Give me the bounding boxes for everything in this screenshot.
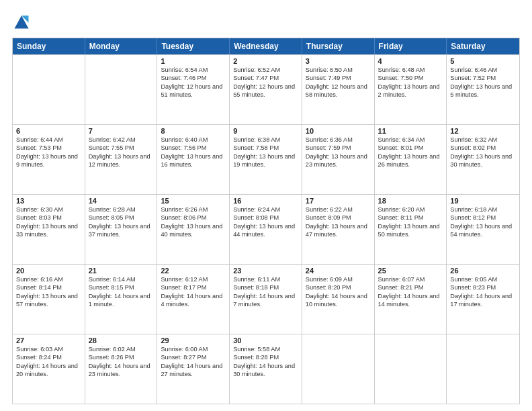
calendar-cell: 13Sunrise: 6:30 AMSunset: 8:03 PMDayligh…: [13, 195, 85, 264]
cell-info: Sunrise: 6:42 AMSunset: 7:55 PMDaylight:…: [89, 136, 154, 169]
page: SundayMondayTuesdayWednesdayThursdayFrid…: [0, 0, 532, 411]
day-number: 20: [16, 267, 81, 275]
header-day-wednesday: Wednesday: [230, 38, 302, 54]
day-number: 30: [233, 336, 298, 345]
day-number: 6: [16, 127, 81, 135]
header-day-tuesday: Tuesday: [157, 38, 230, 54]
calendar-cell: 25Sunrise: 6:07 AMSunset: 8:21 PMDayligh…: [375, 265, 447, 334]
day-number: 23: [233, 267, 298, 275]
calendar-cell: 19Sunrise: 6:18 AMSunset: 8:12 PMDayligh…: [447, 195, 519, 264]
header-day-monday: Monday: [85, 38, 158, 54]
day-number: 7: [89, 127, 154, 135]
calendar-cell: [85, 55, 158, 124]
calendar-row-3: 20Sunrise: 6:16 AMSunset: 8:14 PMDayligh…: [13, 264, 519, 334]
day-number: 19: [450, 197, 516, 205]
calendar-cell: 10Sunrise: 6:36 AMSunset: 7:59 PMDayligh…: [302, 125, 375, 194]
day-number: 22: [161, 267, 226, 275]
calendar-cell: [375, 334, 447, 404]
calendar-cell: 2Sunrise: 6:52 AMSunset: 7:47 PMDaylight…: [230, 55, 302, 124]
cell-info: Sunrise: 6:30 AMSunset: 8:03 PMDaylight:…: [16, 205, 81, 239]
calendar-cell: [447, 334, 519, 404]
header-day-friday: Friday: [375, 38, 447, 54]
cell-info: Sunrise: 6:02 AMSunset: 8:26 PMDaylight:…: [89, 345, 154, 379]
cell-info: Sunrise: 6:52 AMSunset: 7:47 PMDaylight:…: [233, 66, 298, 99]
cell-info: Sunrise: 6:34 AMSunset: 8:01 PMDaylight:…: [378, 136, 443, 169]
cell-info: Sunrise: 6:22 AMSunset: 8:09 PMDaylight:…: [306, 205, 371, 239]
cell-info: Sunrise: 6:32 AMSunset: 8:02 PMDaylight:…: [450, 136, 516, 169]
calendar-cell: 8Sunrise: 6:40 AMSunset: 7:56 PMDaylight…: [157, 125, 230, 194]
day-number: 1: [161, 57, 226, 65]
cell-info: Sunrise: 6:28 AMSunset: 8:05 PMDaylight:…: [89, 205, 154, 239]
cell-info: Sunrise: 6:20 AMSunset: 8:11 PMDaylight:…: [378, 205, 443, 239]
cell-info: Sunrise: 6:40 AMSunset: 7:56 PMDaylight:…: [161, 136, 226, 169]
day-number: 12: [450, 127, 516, 135]
calendar-cell: 7Sunrise: 6:42 AMSunset: 7:55 PMDaylight…: [85, 125, 158, 194]
calendar-row-4: 27Sunrise: 6:03 AMSunset: 8:24 PMDayligh…: [13, 334, 519, 404]
calendar-cell: 22Sunrise: 6:12 AMSunset: 8:17 PMDayligh…: [157, 265, 230, 334]
day-number: 10: [306, 127, 371, 135]
cell-info: Sunrise: 6:11 AMSunset: 8:18 PMDaylight:…: [233, 275, 298, 309]
day-number: 21: [89, 267, 154, 275]
cell-info: Sunrise: 6:50 AMSunset: 7:49 PMDaylight:…: [306, 66, 371, 99]
day-number: 14: [89, 197, 154, 205]
calendar-row-2: 13Sunrise: 6:30 AMSunset: 8:03 PMDayligh…: [13, 194, 519, 264]
calendar-body: 1Sunrise: 6:54 AMSunset: 7:46 PMDaylight…: [13, 54, 519, 404]
calendar-cell: 15Sunrise: 6:26 AMSunset: 8:06 PMDayligh…: [157, 195, 230, 264]
day-number: 9: [233, 127, 298, 135]
cell-info: Sunrise: 6:44 AMSunset: 7:53 PMDaylight:…: [16, 136, 81, 169]
cell-info: Sunrise: 6:24 AMSunset: 8:08 PMDaylight:…: [233, 205, 298, 239]
header-day-saturday: Saturday: [447, 38, 519, 54]
cell-info: Sunrise: 6:48 AMSunset: 7:50 PMDaylight:…: [378, 66, 443, 99]
calendar-cell: [302, 334, 375, 404]
calendar-cell: 24Sunrise: 6:09 AMSunset: 8:20 PMDayligh…: [302, 265, 375, 334]
day-number: 29: [161, 336, 226, 345]
calendar-cell: 21Sunrise: 6:14 AMSunset: 8:15 PMDayligh…: [85, 265, 158, 334]
day-number: 18: [378, 197, 443, 205]
calendar-cell: 18Sunrise: 6:20 AMSunset: 8:11 PMDayligh…: [375, 195, 447, 264]
day-number: 27: [16, 336, 81, 345]
day-number: 16: [233, 197, 298, 205]
cell-info: Sunrise: 6:12 AMSunset: 8:17 PMDaylight:…: [161, 275, 226, 309]
day-number: 28: [89, 336, 154, 345]
cell-info: Sunrise: 6:09 AMSunset: 8:20 PMDaylight:…: [306, 275, 371, 309]
calendar-cell: 17Sunrise: 6:22 AMSunset: 8:09 PMDayligh…: [302, 195, 375, 264]
day-number: 5: [450, 57, 516, 65]
logo-icon: [12, 12, 31, 31]
calendar-cell: 20Sunrise: 6:16 AMSunset: 8:14 PMDayligh…: [13, 265, 85, 334]
day-number: 3: [306, 57, 371, 65]
calendar-cell: [13, 55, 85, 124]
day-number: 11: [378, 127, 443, 135]
cell-info: Sunrise: 6:36 AMSunset: 7:59 PMDaylight:…: [306, 136, 371, 169]
calendar-cell: 9Sunrise: 6:38 AMSunset: 7:58 PMDaylight…: [230, 125, 302, 194]
cell-info: Sunrise: 6:07 AMSunset: 8:21 PMDaylight:…: [378, 275, 443, 309]
day-number: 26: [450, 267, 516, 275]
day-number: 2: [233, 57, 298, 65]
logo: [12, 12, 34, 31]
calendar-cell: 26Sunrise: 6:05 AMSunset: 8:23 PMDayligh…: [447, 265, 519, 334]
calendar-row-1: 6Sunrise: 6:44 AMSunset: 7:53 PMDaylight…: [13, 124, 519, 194]
cell-info: Sunrise: 6:03 AMSunset: 8:24 PMDaylight:…: [16, 345, 81, 379]
calendar-header: SundayMondayTuesdayWednesdayThursdayFrid…: [13, 38, 519, 54]
calendar-cell: 14Sunrise: 6:28 AMSunset: 8:05 PMDayligh…: [85, 195, 158, 264]
header: [12, 12, 520, 31]
calendar-cell: 4Sunrise: 6:48 AMSunset: 7:50 PMDaylight…: [375, 55, 447, 124]
day-number: 25: [378, 267, 443, 275]
cell-info: Sunrise: 5:58 AMSunset: 8:28 PMDaylight:…: [233, 345, 298, 379]
calendar-row-0: 1Sunrise: 6:54 AMSunset: 7:46 PMDaylight…: [13, 54, 519, 124]
calendar-cell: 1Sunrise: 6:54 AMSunset: 7:46 PMDaylight…: [157, 55, 230, 124]
calendar-cell: 11Sunrise: 6:34 AMSunset: 8:01 PMDayligh…: [375, 125, 447, 194]
cell-info: Sunrise: 6:16 AMSunset: 8:14 PMDaylight:…: [16, 275, 81, 309]
cell-info: Sunrise: 6:05 AMSunset: 8:23 PMDaylight:…: [450, 275, 516, 309]
header-day-thursday: Thursday: [302, 38, 375, 54]
calendar: SundayMondayTuesdayWednesdayThursdayFrid…: [12, 38, 520, 404]
calendar-cell: 6Sunrise: 6:44 AMSunset: 7:53 PMDaylight…: [13, 125, 85, 194]
calendar-cell: 5Sunrise: 6:46 AMSunset: 7:52 PMDaylight…: [447, 55, 519, 124]
cell-info: Sunrise: 6:54 AMSunset: 7:46 PMDaylight:…: [161, 66, 226, 99]
calendar-cell: 28Sunrise: 6:02 AMSunset: 8:26 PMDayligh…: [85, 334, 158, 404]
calendar-cell: 29Sunrise: 6:00 AMSunset: 8:27 PMDayligh…: [157, 334, 230, 404]
day-number: 24: [306, 267, 371, 275]
calendar-cell: 30Sunrise: 5:58 AMSunset: 8:28 PMDayligh…: [230, 334, 302, 404]
calendar-cell: 12Sunrise: 6:32 AMSunset: 8:02 PMDayligh…: [447, 125, 519, 194]
calendar-cell: 27Sunrise: 6:03 AMSunset: 8:24 PMDayligh…: [13, 334, 85, 404]
cell-info: Sunrise: 6:14 AMSunset: 8:15 PMDaylight:…: [89, 275, 154, 309]
